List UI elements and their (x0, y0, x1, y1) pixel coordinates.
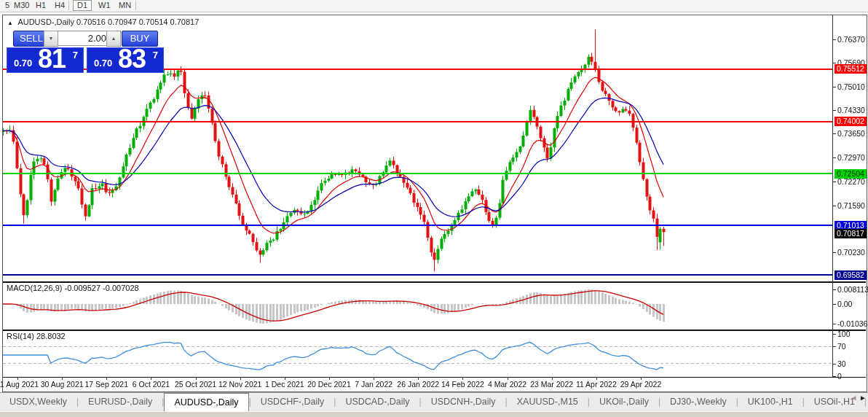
price-tick-label: 0.75010 (837, 82, 865, 91)
price-tick-label: 0.72270 (837, 177, 865, 186)
timeframe-button-d1[interactable]: D1 (73, 0, 92, 11)
horizontal-level-line[interactable] (3, 173, 832, 174)
date-label: 11 Aug 2021 (0, 380, 39, 389)
tab-scroll-left-icon[interactable]: ◄ (850, 394, 857, 402)
rsi-axis-0: 0 (837, 372, 842, 381)
timeframe-button-w1[interactable]: W1 (95, 1, 114, 10)
price-tick-label: 0.74330 (837, 106, 865, 114)
date-label: 25 Oct 2021 (175, 380, 216, 389)
tab-usdchf-daily[interactable]: USDCHF-,Daily (251, 393, 334, 412)
date-label: 12 Nov 2021 (218, 380, 262, 389)
sell-price-big: 81 (38, 44, 66, 74)
ohlc-high: 0.70947 (108, 17, 137, 26)
timeframe-button-m30[interactable]: M30 (10, 1, 33, 10)
date-label: 7 Jan 2022 (355, 380, 392, 389)
tab-scroll-buttons: ◄ ► (850, 394, 867, 402)
date-label: 26 Jan 2022 (397, 380, 439, 389)
tab-usdcad-daily[interactable]: USDCAD-,Daily (336, 393, 419, 412)
rsi-value: 28.8032 (36, 332, 66, 340)
price-tick-label: 0.72970 (837, 153, 865, 162)
level-price-badge: 0.74002 (835, 117, 867, 126)
rsi-axis-70: 70 (837, 342, 846, 351)
rsi-label: RSI(14) 28.8032 (7, 332, 66, 340)
toolbar-separator (135, 1, 136, 10)
date-label: 30 Aug 2021 (41, 380, 84, 389)
date-label: 11 Apr 2022 (576, 380, 617, 389)
level-price-badge: 0.72504 (835, 169, 867, 179)
level-price-badge: 0.75512 (835, 64, 867, 74)
rsi-axis-30: 30 (837, 359, 846, 368)
volume-input[interactable]: 2.00 (58, 31, 111, 46)
sell-price-box[interactable]: 0.70 81 7 (7, 47, 84, 73)
macd-axis-max: 0.008113 (837, 285, 868, 294)
tab-ukoil-daily[interactable]: UKOil-,Daily (590, 393, 658, 412)
ohlc-open: 0.70516 (76, 17, 106, 26)
macd-signal-value: -0.007028 (103, 284, 139, 292)
rsi-axis-100: 100 (837, 330, 851, 338)
date-axis-separator (3, 377, 866, 378)
rsi-panel-separator (3, 330, 866, 331)
buy-price-box[interactable]: 0.70 83 7 (87, 47, 164, 73)
tab-usdx-weekly[interactable]: USDX,Weekly (0, 393, 76, 412)
ohlc-low: 0.70514 (139, 17, 168, 26)
tab-xauusd-m15[interactable]: XAUUSD-,M15 (508, 393, 588, 412)
sell-price-sup: 7 (73, 50, 78, 61)
horizontal-level-line[interactable] (3, 274, 832, 276)
macd-axis-zero: 0.00 (837, 300, 852, 308)
tab-audusd-daily[interactable]: AUDUSD-,Daily (164, 393, 248, 412)
price-tick-label: 0.71590 (837, 201, 865, 210)
horizontal-level-line[interactable] (3, 225, 832, 226)
price-tick-label: 0.73650 (837, 129, 865, 138)
buy-price-sup: 7 (153, 50, 158, 61)
date-label: 29 Apr 2022 (620, 380, 662, 389)
buy-price-big: 83 (118, 44, 146, 74)
timeframe-button-h1[interactable]: H1 (32, 1, 50, 10)
buy-price-prefix: 0.70 (94, 58, 112, 69)
toolbar-separator (68, 1, 69, 10)
macd-panel-separator (3, 281, 866, 283)
date-label: 1 Dec 2021 (265, 380, 304, 389)
date-label: 17 Sep 2021 (84, 380, 128, 389)
tab-dj30-weekly[interactable]: DJ30-,Weekly (660, 393, 736, 412)
timeframe-toolbar: 5M30H1H4D1W1MN (0, 0, 868, 12)
current-price-badge: 0.70817 (835, 229, 867, 238)
ohlc-close: 0.70817 (170, 17, 200, 26)
symbol-marker-icon: ▲ (7, 20, 13, 26)
level-price-badge: 0.69582 (835, 270, 867, 280)
symbol-header: ▲ AUDUSD-,Daily 0.70516 0.70947 0.70514 … (7, 17, 199, 26)
symbol-title: AUDUSD-,Daily (17, 17, 74, 26)
macd-axis-min: -0.010367 (837, 319, 868, 328)
date-label: 23 Mar 2022 (530, 380, 573, 389)
one-click-trade-panel: SELL ▼ 2.00 ▲ BUY 0.70 81 7 0.70 83 7 (7, 30, 164, 72)
price-tick-label: 0.70230 (837, 248, 865, 257)
macd-main-value: -0.009527 (64, 284, 100, 292)
timeframe-button-mn[interactable]: MN (115, 1, 135, 10)
symbol-tab-bar: USDX,Weekly|EURUSD-,Daily|AUDUSD-,Daily|… (0, 392, 868, 412)
tab-scroll-right-icon[interactable]: ► (859, 394, 867, 402)
price-tick-label: 0.76370 (837, 35, 865, 44)
sell-price-prefix: 0.70 (14, 58, 32, 69)
price-axis-line (832, 15, 833, 377)
horizontal-level-line[interactable] (3, 121, 832, 122)
tab-uk100-h1[interactable]: UK100-,H1 (738, 393, 802, 412)
tab-usdcnh-daily[interactable]: USDCNH-,Daily (422, 393, 505, 412)
status-strip (0, 411, 868, 417)
tab-eurusd-daily[interactable]: EURUSD-,Daily (79, 393, 162, 412)
date-label: 4 Mar 2022 (488, 380, 526, 389)
date-label: 6 Oct 2021 (133, 380, 170, 389)
date-label: 20 Dec 2021 (307, 380, 351, 389)
macd-label: MACD(12,26,9) -0.009527 -0.007028 (7, 284, 139, 292)
timeframe-button-h4[interactable]: H4 (51, 1, 68, 10)
date-label: 14 Feb 2022 (441, 380, 484, 389)
